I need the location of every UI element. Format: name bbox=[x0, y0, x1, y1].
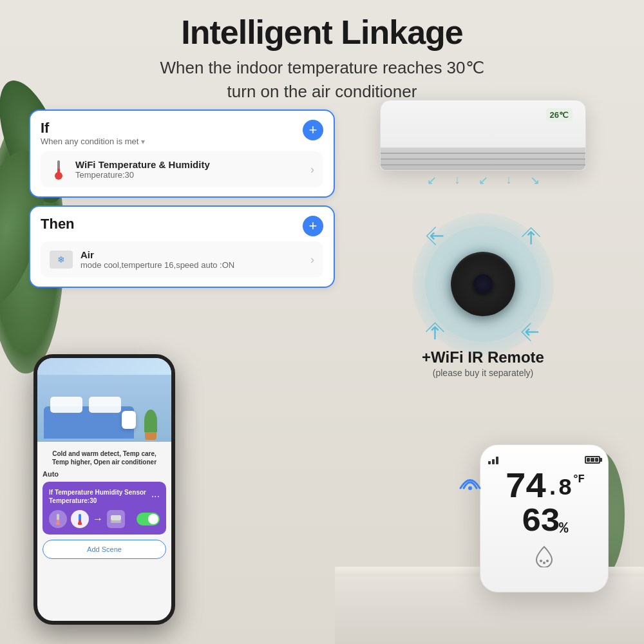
sensor-device: 74 .8 °F 63 % bbox=[480, 444, 609, 592]
wifi-arrow-bottom-right: ⇲ bbox=[518, 319, 544, 345]
if-add-button[interactable]: + bbox=[303, 120, 323, 140]
condition-name: WiFi Temperature & Humidity bbox=[75, 159, 310, 170]
if-card-subtitle: When any condition is met ▾ bbox=[41, 137, 145, 146]
humidity-value: 63 bbox=[522, 506, 559, 539]
temperature-display: 74 .8 °F bbox=[505, 469, 583, 506]
ac-grille-line-1 bbox=[381, 153, 585, 154]
condition-text: WiFi Temperature & Humidity Temperature:… bbox=[75, 159, 310, 180]
ir-remote-sublabel: (please buy it separately) bbox=[433, 368, 533, 378]
sensor-status-bar bbox=[488, 455, 600, 464]
vent-arrow-3: ↙ bbox=[478, 173, 488, 187]
plant-mini bbox=[142, 410, 158, 442]
action-item[interactable]: Air mode cool,temperture 16,speed auto :… bbox=[41, 242, 323, 278]
condition-chevron-icon: › bbox=[310, 163, 314, 176]
signal-bar-1 bbox=[488, 461, 491, 464]
plant-mini-body bbox=[144, 410, 157, 432]
water-drop-icon bbox=[533, 544, 556, 571]
then-card-title: Then bbox=[41, 216, 75, 232]
sensor-body: 74 .8 °F 63 % bbox=[480, 444, 609, 592]
then-card-title-group: Then bbox=[41, 216, 75, 232]
bed-pillow-left bbox=[50, 397, 82, 413]
svg-rect-9 bbox=[111, 515, 121, 520]
automation-dots-icon[interactable]: ... bbox=[151, 488, 160, 500]
phone-auto-icons: → bbox=[49, 510, 160, 528]
bed-pillow-right bbox=[89, 397, 121, 413]
phone-mockup: Cold and warm detect, Temp care, Temp hi… bbox=[33, 354, 175, 625]
battery-cell-1 bbox=[587, 458, 590, 462]
phone-auto-title: If Temperature Humidity Sensor Temperatu… bbox=[49, 488, 149, 505]
condition-item[interactable]: WiFi Temperature & Humidity Temperature:… bbox=[41, 151, 323, 187]
battery-icon bbox=[585, 456, 600, 464]
ir-remote-section: ⇱ ⇱ ⇲ ⇲ +WiFi IR Remote (please buy it s… bbox=[341, 226, 625, 378]
phone-content: Cold and warm detect, Temp care, Temp hi… bbox=[37, 442, 171, 564]
svg-point-12 bbox=[540, 560, 542, 562]
right-panel: 26℃ ↙ ↓ ↙ ↓ ↘ ⇱ ⇱ ⇲ ⇲ bbox=[341, 100, 625, 378]
wifi-arrows-container: ⇱ ⇱ ⇲ ⇲ bbox=[412, 213, 554, 355]
vent-arrow-1: ↙ bbox=[427, 173, 437, 187]
ir-circle-outer: ⇱ ⇱ ⇲ ⇲ bbox=[425, 226, 541, 342]
wifi-arc bbox=[457, 469, 483, 496]
svg-point-11 bbox=[468, 486, 472, 490]
wifi-signal-icon bbox=[457, 469, 483, 496]
subtitle-line1: When the indoor temperature reaches 30℃ bbox=[160, 58, 484, 77]
condition-value: Temperature:30 bbox=[75, 170, 310, 180]
if-card-subtitle-text: When any condition is met bbox=[41, 137, 138, 146]
humidity-unit: % bbox=[559, 521, 567, 536]
ac-unit-icon bbox=[50, 251, 73, 269]
phone-sensor-icon bbox=[49, 510, 67, 528]
phone-add-scene-button[interactable]: Add Scene bbox=[43, 540, 166, 559]
battery-cell-3 bbox=[595, 458, 598, 462]
vent-arrow-5: ↘ bbox=[530, 173, 540, 187]
svg-rect-5 bbox=[57, 520, 59, 524]
temperature-value: 74 bbox=[505, 469, 545, 506]
ac-grille bbox=[381, 147, 585, 170]
phone-auto-label: Auto bbox=[43, 469, 166, 479]
if-card: If When any condition is met ▾ + bbox=[29, 109, 335, 198]
humidity-display: 63 % bbox=[522, 506, 567, 539]
subtitle-line2: turn on the air conditioner bbox=[227, 82, 417, 101]
phone-temp-icon bbox=[71, 510, 89, 528]
chevron-down-icon[interactable]: ▾ bbox=[141, 137, 145, 146]
vent-arrow-2: ↓ bbox=[455, 173, 460, 187]
svg-rect-10 bbox=[111, 520, 121, 523]
temperature-decimal: .8 bbox=[545, 477, 571, 500]
svg-rect-2 bbox=[57, 169, 60, 176]
phone-automation-card[interactable]: If Temperature Humidity Sensor Temperatu… bbox=[43, 482, 166, 535]
page-container: Intelligent Linkage When the indoor temp… bbox=[0, 0, 644, 644]
battery-cell-2 bbox=[591, 458, 594, 462]
wifi-arrow-top-right: ⇱ bbox=[518, 224, 544, 250]
wifi-arrow-bottom-left: ⇲ bbox=[423, 319, 449, 345]
temperature-unit: °F bbox=[572, 473, 583, 485]
ac-grille-line-2 bbox=[381, 158, 585, 160]
svg-point-13 bbox=[543, 562, 545, 564]
page-subtitle: When the indoor temperature reaches 30℃ … bbox=[0, 56, 644, 103]
phone-ac-icon bbox=[107, 510, 125, 528]
svg-point-14 bbox=[546, 560, 549, 562]
then-add-button[interactable]: + bbox=[303, 216, 323, 236]
ac-display-temp: 26℃ bbox=[546, 108, 573, 122]
plant-mini-pot bbox=[145, 432, 156, 440]
vent-arrows: ↙ ↓ ↙ ↓ ↘ bbox=[341, 173, 625, 187]
svg-rect-8 bbox=[79, 520, 81, 524]
left-panel: If When any condition is met ▾ + bbox=[29, 109, 335, 288]
then-card-header: Then + bbox=[41, 216, 323, 236]
header: Intelligent Linkage When the indoor temp… bbox=[0, 0, 644, 103]
if-card-title: If bbox=[41, 120, 145, 137]
page-title: Intelligent Linkage bbox=[0, 14, 644, 51]
thermometer-icon bbox=[50, 160, 68, 178]
signal-bar-3 bbox=[496, 457, 498, 464]
if-card-title-group: If When any condition is met ▾ bbox=[41, 120, 145, 146]
then-card: Then + Air mode cool,temperture 16,speed… bbox=[29, 205, 335, 288]
ac-unit: 26℃ bbox=[380, 100, 586, 171]
action-value: mode cool,temperture 16,speed auto :ON bbox=[80, 260, 310, 270]
arrow-icon: → bbox=[93, 513, 103, 525]
phone-toggle[interactable] bbox=[137, 513, 160, 526]
ac-grille-line-3 bbox=[381, 164, 585, 166]
action-chevron-icon: › bbox=[310, 253, 314, 267]
signal-bars bbox=[488, 455, 498, 464]
phone-bedroom-image bbox=[37, 358, 171, 442]
phone-caption: Cold and warm detect, Temp care, Temp hi… bbox=[43, 447, 166, 469]
action-name: Air bbox=[80, 249, 310, 260]
phone-screen: Cold and warm detect, Temp care, Temp hi… bbox=[37, 358, 171, 621]
if-card-header: If When any condition is met ▾ + bbox=[41, 120, 323, 146]
